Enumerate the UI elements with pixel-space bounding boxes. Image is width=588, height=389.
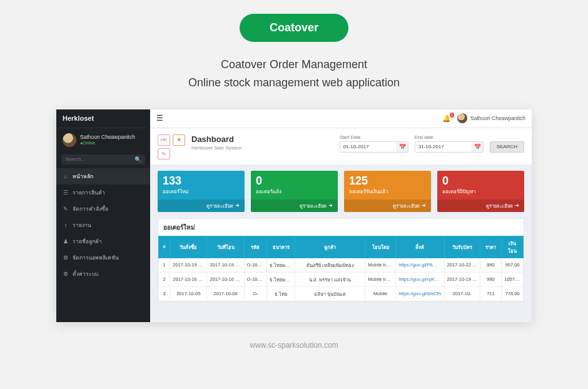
page-subtitle: Herkloset Sale System	[191, 145, 242, 151]
topbar-user[interactable]: Sathoon Cheawpanitch	[457, 113, 525, 123]
page-title: Dashboard	[191, 134, 242, 144]
app-screenshot: Herkloset Sathoon Cheawpanitch Online 🔍 …	[56, 109, 532, 322]
arrow-right-icon: ➔	[422, 203, 426, 208]
sidebar-user-name: Sathoon Cheawpanitch	[80, 134, 135, 140]
table-row[interactable]: 12017-10-19 09:42:312017-10-19 09:45:00O…	[159, 258, 524, 272]
nav-item-icon: ⌂	[63, 173, 69, 179]
orders-table: #วันสั่งซื้อวันที่โอนรหัสธนาคารลูกค้าโอน…	[158, 236, 524, 301]
table-cell: ธ.ไทยพาณิชย์	[267, 258, 295, 272]
partner-logo-3: N	[158, 148, 170, 159]
avatar	[457, 113, 467, 123]
orders-panel: ออเดอร์ใหม่ #วันสั่งซื้อวันที่โอนรหัสธนา…	[158, 218, 524, 302]
stat-card-1[interactable]: 0ออเดอร์แล้งดูรายละเอียด ➔	[251, 171, 338, 212]
table-header[interactable]: ธนาคาร	[267, 236, 295, 258]
end-date-input[interactable]: 31-10-2017 📅	[415, 141, 484, 153]
stat-more-link[interactable]: ดูรายละเอียด ➔	[251, 200, 338, 212]
table-header[interactable]: ราคา	[480, 236, 502, 258]
sidebar-search[interactable]: 🔍	[61, 154, 145, 164]
nav-item-label: จัดการแอพพลิเคชัน	[73, 253, 119, 262]
stat-value: 0	[437, 171, 524, 188]
search-button[interactable]: SEARCH	[490, 141, 524, 153]
sidebar-item-5[interactable]: ⚙จัดการแอพพลิเคชัน	[56, 250, 150, 266]
table-cell[interactable]: https://goo.gl/P6WfU	[396, 258, 444, 272]
hamburger-icon[interactable]: ☰	[156, 114, 163, 123]
nav-item-icon: ↕	[63, 222, 69, 228]
stat-more-link[interactable]: ดูรายละเอียด ➔	[437, 200, 524, 212]
sidebar-item-3[interactable]: ↕รายงาน	[56, 217, 150, 233]
table-cell: 2017-10-06	[207, 286, 244, 301]
headline-line-2: Online stock management web application	[0, 74, 588, 92]
sidebar-item-6[interactable]: ⚙ตั้งค่าระบบ	[56, 266, 150, 282]
table-header[interactable]: วันที่โอน	[207, 236, 244, 258]
table-cell: น.ส. พรรษา แสงจ้าน	[295, 272, 365, 286]
arrow-right-icon: ➔	[235, 203, 240, 208]
bell-icon[interactable]: 🔔1	[442, 114, 451, 123]
nav-item-label: หน้าหลัก	[73, 172, 93, 181]
sidebar-user[interactable]: Sathoon Cheawpanitch Online	[56, 128, 150, 152]
table-cell: 2017-10-22 09:42:31	[444, 258, 480, 272]
stat-label: ออเดอร์แล้ง	[251, 188, 338, 200]
sidebar-item-1[interactable]: ☰รายการสินค้า	[56, 184, 150, 201]
table-cell: Mobile	[365, 286, 396, 301]
table-row[interactable]: 22017-10-16 11:31:242017-10-16 12:00:00O…	[159, 272, 524, 286]
nav-item-icon: ♟	[63, 238, 69, 245]
stat-value: 0	[251, 171, 338, 188]
partner-logos: HK ❀ N	[158, 134, 185, 159]
orders-title: ออเดอร์ใหม่	[158, 219, 524, 236]
dashboard-header: HK ❀ N Dashboard Herkloset Sale System S…	[150, 128, 532, 164]
partner-logo-1: HK	[158, 134, 170, 146]
table-cell: 1057.00	[502, 272, 524, 286]
table-cell: ด้นสรีย์ เหลี่ยมพิมพ์ทอง	[295, 258, 365, 272]
stat-card-3[interactable]: 0ออเดอร์มีปัญหาดูรายละเอียด ➔	[437, 171, 524, 212]
table-cell: 990	[480, 272, 502, 286]
calendar-icon[interactable]: 📅	[397, 142, 408, 152]
headline: Coatover Order Management Online stock m…	[0, 56, 588, 92]
table-header[interactable]: วันสั่งซื้อ	[170, 236, 207, 258]
start-date-value: 01-10-2017	[340, 144, 397, 149]
stat-cards: 133ออเดอร์ใหม่ดูรายละเอียด ➔0ออเดอร์แล้ง…	[150, 164, 532, 212]
table-header[interactable]: #	[159, 236, 170, 258]
stat-more-link[interactable]: ดูรายละเอียด ➔	[158, 200, 245, 212]
stat-label: ออเดอร์รับเงินแล้ว	[344, 188, 431, 200]
table-cell: 778.00	[502, 286, 524, 301]
table-cell[interactable]: https://goo.gl/xpKxwI	[396, 272, 444, 286]
table-cell: O-18947	[244, 258, 267, 272]
search-icon[interactable]: 🔍	[134, 156, 141, 163]
nav-item-label: ตั้งค่าระบบ	[73, 270, 98, 278]
topbar-user-name: Sathoon Cheawpanitch	[470, 115, 525, 121]
table-row[interactable]: 32017-10-052017-10-06O-ธ.ไทยอลิษา ขุนปัณ…	[159, 286, 524, 301]
stat-label: ออเดอร์ใหม่	[158, 188, 245, 200]
table-header[interactable]: ลิ้งค์	[396, 236, 444, 258]
stat-more-link[interactable]: ดูรายละเอียด ➔	[344, 200, 431, 212]
app-main: ☰ 🔔1 Sathoon Cheawpanitch HK ❀	[150, 109, 532, 322]
table-cell: 2017-10-19 09:42:31	[170, 258, 207, 272]
stat-label: ออเดอร์มีปัญหา	[437, 188, 524, 200]
table-cell: 711	[480, 286, 502, 301]
headline-line-1: Coatover Order Management	[0, 56, 588, 74]
stat-value: 133	[158, 171, 245, 188]
table-cell: Mobile banking	[365, 258, 396, 272]
stat-card-0[interactable]: 133ออเดอร์ใหม่ดูรายละเอียด ➔	[158, 171, 245, 212]
table-header[interactable]: โอนโดย	[365, 236, 396, 258]
table-cell: O-	[244, 286, 267, 301]
stat-card-2[interactable]: 125ออเดอร์รับเงินแล้วดูรายละเอียด ➔	[344, 171, 431, 212]
start-date-label: Start Date	[340, 134, 408, 140]
calendar-icon[interactable]: 📅	[472, 142, 483, 152]
sidebar-item-2[interactable]: ✎จัดการคำสั่งซื้อ	[56, 201, 150, 217]
sidebar-item-0[interactable]: ⌂หน้าหลัก	[56, 168, 150, 184]
sidebar-nav: ⌂หน้าหลัก☰รายการสินค้า✎จัดการคำสั่งซื้อ↕…	[56, 168, 150, 282]
date-filters: Start Date 01-10-2017 📅 End date 31-10-2…	[340, 134, 524, 153]
end-date-label: End date	[415, 134, 484, 140]
search-input[interactable]	[65, 156, 134, 162]
table-header[interactable]: วันรับบัตร	[444, 236, 480, 258]
table-header[interactable]: รหัส	[244, 236, 267, 258]
nav-item-label: รายชื่อลูกค้า	[73, 237, 102, 246]
nav-item-icon: ☰	[63, 189, 69, 196]
sidebar-item-4[interactable]: ♟รายชื่อลูกค้า	[56, 233, 150, 250]
table-header[interactable]: เงินโอน	[502, 236, 524, 258]
table-cell[interactable]: https://goo.gl/0reCfh	[396, 286, 444, 301]
start-date-input[interactable]: 01-10-2017 📅	[340, 141, 408, 153]
nav-item-icon: ⚙	[63, 271, 69, 277]
table-header[interactable]: ลูกค้า	[295, 236, 365, 258]
table-cell: 2017-10-16 12:00:00	[207, 272, 244, 286]
